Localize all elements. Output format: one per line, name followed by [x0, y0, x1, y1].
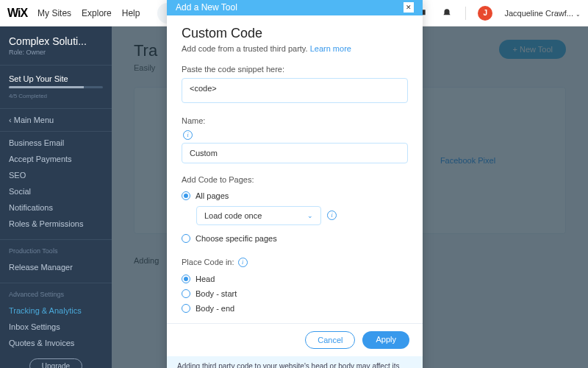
apply-button[interactable]: Apply	[362, 331, 409, 349]
progress-bar	[9, 86, 103, 88]
custom-code-modal: Add a New Tool ✕ Custom Code Add code fr…	[167, 0, 423, 368]
nav-explore[interactable]: Explore	[82, 8, 112, 18]
sidebar-item-accept-payments[interactable]: Accept Payments	[0, 151, 112, 167]
sidebar-item-inbox-settings[interactable]: Inbox Settings	[0, 319, 112, 335]
site-role: Role: Owner	[0, 49, 112, 62]
bell-icon[interactable]	[440, 7, 453, 20]
modal-footer-note: Adding third party code to your website'…	[167, 356, 423, 368]
place-code-label: Place Code in: i	[182, 258, 408, 268]
info-icon[interactable]: i	[238, 258, 248, 267]
modal-title: Custom Code	[182, 26, 408, 41]
code-snippet-input[interactable]: <code>	[182, 78, 408, 103]
close-icon[interactable]: ✕	[404, 2, 414, 13]
radio-label: Choose specific pages	[196, 234, 277, 243]
radio-head[interactable]: Head	[182, 272, 408, 286]
modal-description: Add code from a trusted third party. Lea…	[182, 44, 408, 53]
nav-my-sites[interactable]: My Sites	[37, 8, 71, 18]
wix-logo[interactable]: WiX	[7, 7, 27, 20]
upgrade-button[interactable]: Upgrade	[29, 358, 82, 368]
radio-icon	[182, 304, 190, 313]
sidebar-item-social[interactable]: Social	[0, 183, 112, 199]
sidebar-item-tracking-analytics[interactable]: Tracking & Analytics	[0, 302, 112, 319]
code-snippet-label: Paste the code snippet here:	[182, 65, 408, 74]
radio-label: Body - start	[196, 289, 237, 298]
radio-icon	[182, 289, 190, 298]
cancel-button[interactable]: Cancel	[305, 331, 355, 349]
sidebar-item-quotes-invoices[interactable]: Quotes & Invoices	[0, 335, 112, 351]
sidebar-back[interactable]: Main Menu	[0, 112, 112, 128]
nav-help[interactable]: Help	[122, 8, 140, 18]
radio-label: All pages	[196, 191, 229, 200]
radio-icon	[182, 275, 190, 283]
info-icon[interactable]: i	[327, 210, 337, 220]
radio-label: Head	[196, 275, 215, 283]
name-input[interactable]	[182, 143, 408, 163]
radio-body-end[interactable]: Body - end	[182, 301, 408, 316]
user-name[interactable]: Jacqueline Crawf... ⌄	[504, 9, 581, 18]
radio-specific-pages[interactable]: Choose specific pages	[182, 231, 408, 246]
sidebar-item-release-manager[interactable]: Release Manager	[0, 259, 112, 275]
load-frequency-select[interactable]: Load code once⌄	[196, 206, 321, 225]
select-value: Load code once	[204, 211, 262, 220]
name-label: Name:	[182, 116, 408, 125]
sidebar-item-business-email[interactable]: Business Email	[0, 135, 112, 151]
radio-label: Body - end	[196, 304, 234, 313]
info-icon[interactable]: i	[183, 130, 193, 140]
radio-body-start[interactable]: Body - start	[182, 286, 408, 301]
sidebar-head-advanced: Advanced Settings	[0, 286, 112, 302]
setup-heading[interactable]: Set Up Your Site	[0, 68, 112, 86]
site-title: Complex Soluti...	[0, 26, 112, 49]
sidebar-item-notifications[interactable]: Notifications	[0, 199, 112, 216]
radio-all-pages[interactable]: All pages	[182, 188, 408, 203]
progress-label: 4/5 Completed	[0, 91, 112, 105]
add-code-pages-label: Add Code to Pages:	[182, 175, 408, 184]
radio-icon	[182, 234, 190, 243]
learn-more-link[interactable]: Learn more	[310, 44, 351, 53]
chevron-down-icon: ⌄	[307, 212, 313, 219]
sidebar-item-roles[interactable]: Roles & Permissions	[0, 216, 112, 232]
sidebar-head-production: Production Tools	[0, 243, 112, 259]
radio-icon	[182, 191, 190, 200]
avatar[interactable]: J	[478, 6, 492, 21]
chevron-down-icon: ⌄	[576, 11, 581, 18]
sidebar-item-seo[interactable]: SEO	[0, 167, 112, 183]
modal-header-title: Add a New Tool	[176, 2, 237, 13]
